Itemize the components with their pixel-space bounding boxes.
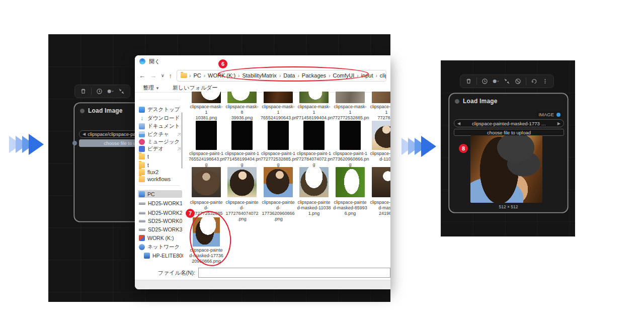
video-icon (139, 146, 145, 152)
clock-icon[interactable] (481, 78, 488, 85)
folder-icon (139, 169, 145, 175)
node-selection-toolbar (460, 74, 554, 88)
choose-file-button[interactable]: choose file to upload (454, 129, 564, 136)
color-dot-icon[interactable] (107, 88, 114, 95)
image-combo-widget[interactable]: ◀ clipspace-painted-masked-1773 … ▶ (454, 119, 564, 127)
combo-right-arrow-icon[interactable]: ▶ (557, 121, 560, 126)
folder-icon (139, 162, 145, 168)
open-file-dialog: 開く ← → ∨ ↑ › PC›WORK (K:)›StabilityMatri… (135, 55, 390, 289)
music-icon (139, 139, 145, 145)
file-name[interactable]: clipspace-painted-masked-110381.png (296, 200, 332, 216)
node-title-bar[interactable]: Load Image (450, 94, 567, 107)
breadcrumb-item[interactable]: PC (193, 72, 201, 78)
sidebar-item-music[interactable]: ミュージック (138, 138, 182, 145)
load-image-node-result[interactable]: Load Image IMAGEMASK ◀ clipspace-painted… (449, 94, 568, 212)
bypass-icon[interactable] (515, 78, 521, 85)
file-name[interactable]: clipspace-painted-masked-859936.png (333, 200, 368, 216)
output-slot-image[interactable]: IMAGE (536, 111, 562, 118)
sidebar-item-pictures[interactable]: ピクチャ (138, 130, 182, 138)
sidebar-item-document[interactable]: ドキュメント (138, 122, 182, 130)
loaded-image-preview[interactable] (470, 135, 542, 203)
new-folder-button[interactable]: 新しいフォルダー (173, 84, 218, 92)
pin-icon (177, 131, 181, 137)
file-name[interactable]: clipspace-painted-1103 (369, 151, 390, 162)
file-thumbnail[interactable] (192, 92, 221, 103)
file-name[interactable]: clipspace-paint-1772784074072.png (296, 151, 332, 168)
pc-icon (139, 191, 145, 197)
file-thumbnail[interactable] (196, 121, 217, 150)
sidebar-item-download[interactable]: ↓ダウンロード (138, 114, 182, 122)
sidebar-item-label: ドキュメント (147, 123, 180, 130)
pictures-icon (139, 131, 145, 137)
file-name[interactable]: clipspace-painted-maski241986 (369, 200, 390, 216)
sidebar-item-drive[interactable]: SD25-WORK0 (F:) (138, 217, 182, 224)
file-thumbnail[interactable] (192, 167, 221, 197)
sidebar-item-pc[interactable]: PC (138, 190, 182, 198)
collapse-icon[interactable] (118, 88, 125, 95)
breadcrumb-item[interactable]: clipspace (379, 72, 386, 78)
sidebar-item-video[interactable]: ビデオ (138, 145, 182, 152)
color-dot-icon[interactable] (493, 78, 499, 85)
file-name[interactable]: clipspace-paint-1765524198643.png (189, 151, 224, 168)
sidebar-item-folder[interactable]: t (138, 152, 182, 160)
collapse-dot-icon[interactable] (455, 99, 459, 104)
file-thumbnail[interactable] (303, 121, 325, 150)
file-thumbnail[interactable] (299, 167, 329, 197)
sidebar-item-drive[interactable]: HD25-WORK1 (G: (138, 199, 182, 207)
file-name[interactable]: clipspace-painted-1773620960866.png (261, 200, 296, 222)
back-icon[interactable]: ← (139, 72, 145, 79)
collapse-icon[interactable] (504, 78, 510, 85)
forward-icon[interactable]: → (150, 72, 156, 79)
sidebar-item-label: HD25-WORK1 (G: (148, 200, 182, 206)
more-icon[interactable] (542, 78, 548, 85)
sidebar-item-net-pc[interactable]: HP-ELITE800-OS (143, 252, 183, 259)
file-thumbnail[interactable] (299, 92, 329, 103)
document-icon (139, 123, 145, 129)
sidebar-item-network[interactable]: ネットワーク (138, 243, 182, 251)
sidebar-item-label: SD25-WORK0 (F:) (148, 218, 182, 224)
file-name[interactable]: clipspace-paint-1773620960866.png (333, 151, 368, 168)
file-name[interactable]: clipspace-paint-1772772532885.png (261, 151, 296, 168)
sidebar-item-drive[interactable]: SD25-WORK3 (I:) (138, 225, 182, 233)
sidebar-item-folder[interactable]: flux2 (138, 168, 182, 176)
sidebar-item-drive[interactable]: HD25-WORK2 (H: (138, 209, 182, 216)
file-thumbnail[interactable] (268, 121, 289, 150)
sidebar-item-folder[interactable]: workflows (138, 175, 182, 183)
file-thumbnail[interactable] (372, 167, 390, 197)
file-thumbnail[interactable] (336, 167, 365, 197)
sidebar-item-folder[interactable]: t (138, 161, 182, 169)
file-thumbnail[interactable] (231, 121, 253, 150)
breadcrumb-separator: › (189, 73, 191, 78)
file-thumbnail[interactable] (372, 92, 390, 103)
file-thumbnail[interactable] (227, 92, 257, 103)
sidebar-item-drive-color[interactable]: WORK (K:) (138, 234, 182, 242)
file-thumbnail[interactable] (264, 167, 293, 197)
file-name[interactable]: clipspace-paint-1771458199404.png (224, 151, 260, 168)
file-name[interactable]: clipspace-mask-110381.png (189, 104, 224, 121)
filename-input[interactable] (198, 268, 390, 278)
sidebar-scrollbar[interactable] (181, 112, 183, 169)
trash-icon[interactable] (465, 78, 472, 85)
file-thumbnail[interactable] (336, 92, 365, 103)
trash-icon[interactable] (80, 88, 87, 95)
download-icon: ↓ (139, 115, 145, 121)
file-name[interactable]: clipspace-mask-17727840 (369, 104, 390, 121)
redo-icon[interactable] (531, 78, 537, 85)
file-thumbnail[interactable] (264, 92, 293, 103)
output-socket-icon[interactable] (556, 113, 560, 117)
step-badge-6: 6 (218, 59, 227, 68)
input-socket-icon[interactable] (72, 141, 77, 145)
dialog-titlebar[interactable]: 開く (135, 55, 390, 67)
up-icon[interactable]: ↑ (169, 72, 173, 79)
clock-icon[interactable] (96, 88, 103, 95)
file-thumbnail[interactable] (340, 121, 361, 150)
node-selection-toolbar (74, 85, 130, 98)
file-thumbnail[interactable] (372, 121, 390, 150)
collapse-dot-icon[interactable] (80, 109, 85, 113)
organize-menu[interactable]: 整理 ▼ (143, 84, 159, 92)
file-thumbnail[interactable] (227, 167, 257, 197)
sidebar-item-desktop[interactable]: デスクトップ (138, 106, 182, 113)
recent-locations-icon[interactable]: ∨ (161, 73, 165, 78)
file-name[interactable]: clipspace-mask-839936.png (224, 104, 260, 121)
file-name[interactable]: clipspace-painted-1772784074072.png (224, 200, 260, 222)
